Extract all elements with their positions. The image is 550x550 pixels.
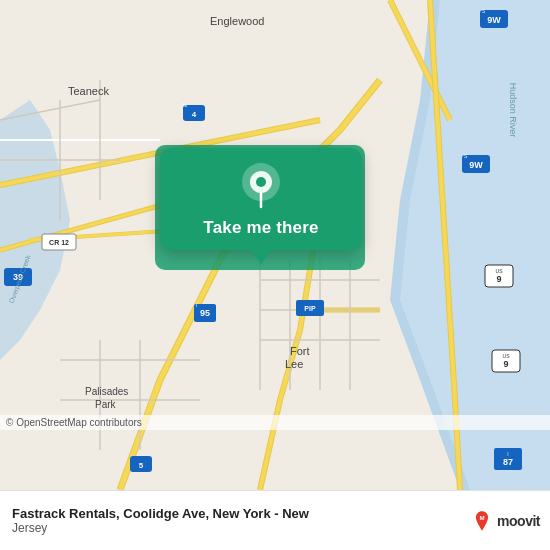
- svg-text:Park: Park: [95, 399, 117, 410]
- svg-point-70: [256, 177, 266, 187]
- svg-text:M: M: [480, 513, 485, 520]
- svg-text:9: 9: [496, 274, 501, 284]
- take-me-there-button[interactable]: Take me there: [203, 218, 318, 238]
- svg-text:5: 5: [139, 461, 144, 470]
- location-text-block: Fastrack Rentals, Coolidge Ave, New York…: [12, 506, 471, 535]
- svg-text:Englewood: Englewood: [210, 15, 264, 27]
- svg-text:Palisades: Palisades: [85, 386, 128, 397]
- popup-card[interactable]: Take me there: [160, 148, 362, 250]
- svg-text:Lee: Lee: [285, 358, 303, 370]
- copyright-text: © OpenStreetMap contributors: [6, 417, 142, 428]
- svg-text:9: 9: [503, 359, 508, 369]
- svg-text:9W: 9W: [487, 15, 501, 25]
- svg-text:I: I: [196, 302, 197, 308]
- svg-text:95: 95: [200, 308, 210, 318]
- info-bar: Fastrack Rentals, Coolidge Ave, New York…: [0, 490, 550, 550]
- location-name: Fastrack Rentals, Coolidge Ave, New York…: [12, 506, 463, 521]
- svg-text:PIP: PIP: [304, 305, 316, 312]
- moovit-label: moovit: [497, 513, 540, 529]
- location-sub: Jersey: [12, 521, 463, 535]
- svg-text:4: 4: [192, 110, 197, 119]
- svg-text:CR 12: CR 12: [49, 239, 69, 246]
- svg-text:Fort: Fort: [290, 345, 310, 357]
- moovit-logo: M moovit: [471, 510, 540, 532]
- svg-text:87: 87: [503, 457, 513, 467]
- svg-text:9W: 9W: [469, 160, 483, 170]
- svg-text:NI: NI: [183, 102, 188, 108]
- svg-text:Hudson River: Hudson River: [508, 83, 518, 138]
- copyright-notice: © OpenStreetMap contributors: [0, 415, 550, 430]
- location-pin-icon: [237, 162, 285, 210]
- map-container: 4 NI 9W S 9W S US 9 US 9 95 I PIP 5 I 87: [0, 0, 550, 490]
- moovit-pin-icon: M: [471, 510, 493, 532]
- svg-text:Teaneck: Teaneck: [68, 85, 109, 97]
